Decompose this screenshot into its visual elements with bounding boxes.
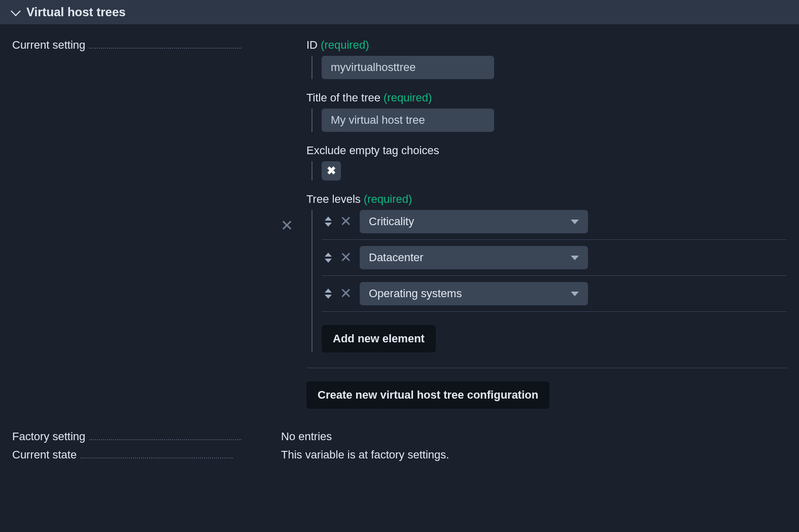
tree-level-select[interactable]: Datacenter [360,246,588,269]
section-title: Virtual host trees [26,5,126,19]
tree-level-row: ✕ Operating systems [322,276,787,312]
tree-levels-label-row: Tree levels (required) [306,193,787,206]
title-block: Title of the tree (required) [306,91,787,132]
reorder-handle[interactable] [325,253,332,263]
create-config-button[interactable]: Create new virtual host tree configurati… [306,381,549,409]
current-state-row: Current state This variable is at factor… [12,448,787,462]
title-input[interactable] [322,109,494,132]
title-label: Title of the tree [306,91,380,104]
dots-leader [89,48,241,49]
remove-level-button[interactable]: ✕ [340,287,352,301]
separator [306,368,787,368]
remove-level-button[interactable]: ✕ [340,215,352,229]
exclude-checkbox[interactable]: ✖ [322,161,341,181]
x-icon: ✖ [327,164,336,178]
current-setting-row: Current setting ✕ ID (required) [12,39,787,425]
tree-levels-required: (required) [364,193,412,205]
tree-level-list: ✕ Criticality [322,210,787,312]
factory-setting-label: Factory setting [12,430,89,443]
tree-levels-label: Tree levels [306,193,361,205]
tree-level-select[interactable]: Operating systems [360,282,588,305]
caret-down-icon [571,256,579,260]
arrow-up-icon [325,217,332,221]
exclude-label: Exclude empty tag choices [306,144,787,157]
current-setting-label-col: Current setting ✕ [12,39,306,425]
current-setting-label: Current setting [12,39,89,52]
dots-leader [89,439,241,440]
tree-level-select[interactable]: Criticality [360,210,588,233]
id-label: ID [306,39,318,51]
current-state-value: This variable is at factory settings. [281,448,449,461]
arrow-up-icon [325,253,332,257]
reorder-handle[interactable] [325,289,332,299]
tree-level-row: ✕ Criticality [322,210,787,240]
add-element-button[interactable]: Add new element [322,325,436,352]
current-setting-form: ID (required) Title of the tree (require… [306,39,787,425]
content-area: Current setting ✕ ID (required) [0,24,799,481]
factory-setting-row: Factory setting No entries [12,430,787,443]
reorder-handle[interactable] [325,217,332,227]
indent-bar [311,161,312,181]
select-value: Operating systems [369,287,462,300]
exclude-block: Exclude empty tag choices ✖ [306,144,787,181]
chevron-down-icon [11,6,21,16]
id-label-row: ID (required) [306,39,787,52]
delete-entry-button[interactable]: ✕ [281,218,293,233]
arrow-down-icon [325,295,332,299]
remove-level-button[interactable]: ✕ [340,251,352,265]
indent-bar [311,109,312,132]
title-required: (required) [384,91,432,104]
id-block: ID (required) [306,39,787,79]
id-input[interactable] [322,56,494,79]
arrow-up-icon [325,289,332,293]
tree-levels-block: Tree levels (required) ✕ [306,193,787,352]
current-state-label: Current state [12,448,81,462]
title-label-row: Title of the tree (required) [306,91,787,104]
caret-down-icon [571,292,579,296]
id-required: (required) [321,39,369,51]
select-value: Datacenter [369,251,424,264]
tree-level-row: ✕ Datacenter [322,240,787,276]
caret-down-icon [571,220,579,224]
arrow-down-icon [325,223,332,227]
indent-bar [311,210,312,352]
dots-leader [81,457,233,458]
factory-setting-value: No entries [281,430,332,443]
indent-bar [311,56,312,79]
section-header[interactable]: Virtual host trees [0,0,799,24]
arrow-down-icon [325,259,332,263]
select-value: Criticality [369,215,414,228]
